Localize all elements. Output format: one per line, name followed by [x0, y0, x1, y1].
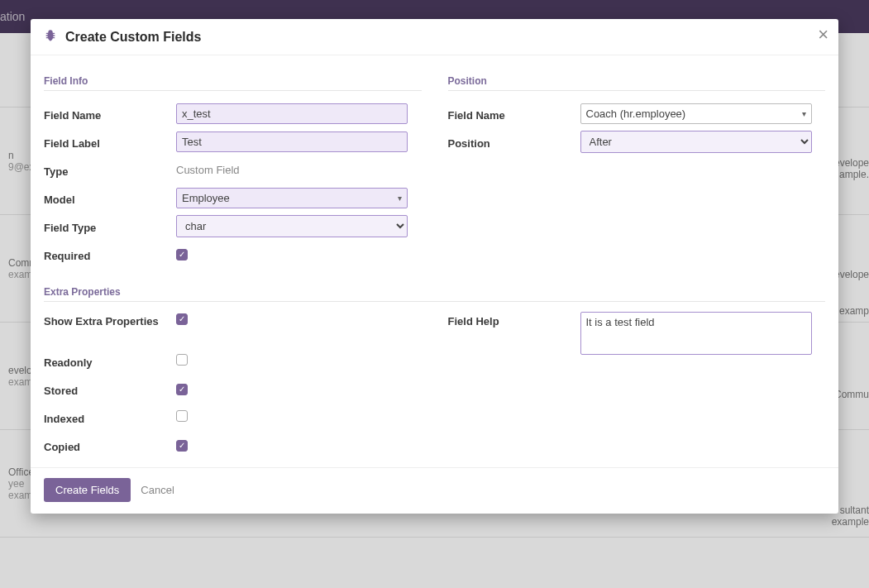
stored-checkbox[interactable] — [176, 384, 188, 395]
model-select-value: Employee — [182, 192, 230, 204]
position-field-name-value: Coach (hr.employee) — [586, 108, 686, 120]
position-section: Position Field Name Coach (hr.employee) … — [448, 75, 826, 268]
cancel-button[interactable]: Cancel — [141, 484, 174, 496]
chevron-down-icon: ▾ — [802, 109, 806, 118]
modal-footer: Create Fields Cancel — [31, 467, 838, 514]
field-label-input[interactable] — [176, 131, 408, 152]
field-type-select[interactable]: char — [176, 215, 408, 237]
label-type: Type — [44, 162, 176, 178]
readonly-checkbox[interactable] — [176, 354, 188, 366]
label-field-name: Field Name — [44, 106, 176, 122]
section-title-extra: Extra Properties — [44, 286, 825, 302]
label-field-label: Field Label — [44, 134, 176, 150]
create-custom-fields-modal: Create Custom Fields × Field Info Field … — [31, 19, 838, 514]
label-indexed: Indexed — [44, 409, 176, 425]
modal-body: Field Info Field Name Field Label Type — [31, 55, 838, 467]
label-model: Model — [44, 190, 176, 206]
field-name-input[interactable] — [176, 103, 408, 124]
label-stored: Stored — [44, 381, 176, 397]
modal-header: Create Custom Fields × — [31, 19, 838, 55]
copied-checkbox[interactable] — [176, 440, 188, 452]
position-field-name-select[interactable]: Coach (hr.employee) ▾ — [580, 103, 812, 124]
field-help-textarea[interactable] — [580, 312, 812, 355]
close-icon[interactable]: × — [818, 26, 828, 44]
create-fields-button[interactable]: Create Fields — [44, 478, 131, 502]
label-field-help: Field Help — [448, 312, 580, 327]
label-position: Position — [448, 134, 580, 150]
bug-icon — [44, 29, 57, 45]
required-checkbox[interactable] — [176, 249, 188, 261]
extra-left: Show Extra Properties Readonly Stored — [44, 310, 422, 459]
field-info-section: Field Info Field Name Field Label Type — [44, 75, 422, 268]
label-required: Required — [44, 246, 176, 262]
chevron-down-icon: ▾ — [398, 194, 402, 203]
type-value: Custom Field — [176, 164, 240, 176]
label-copied: Copied — [44, 437, 176, 453]
position-select[interactable]: After — [580, 131, 812, 153]
label-position-field-name: Field Name — [448, 106, 580, 122]
label-show-extra: Show Extra Properties — [44, 312, 176, 327]
label-readonly: Readonly — [44, 353, 176, 369]
label-field-type: Field Type — [44, 218, 176, 234]
indexed-checkbox[interactable] — [176, 410, 188, 422]
show-extra-checkbox[interactable] — [176, 313, 188, 325]
model-select[interactable]: Employee ▾ — [176, 188, 408, 208]
section-title-field-info: Field Info — [44, 75, 422, 91]
extra-right: Field Help — [448, 310, 826, 459]
modal-title: Create Custom Fields — [65, 30, 201, 45]
section-title-position: Position — [448, 75, 826, 91]
